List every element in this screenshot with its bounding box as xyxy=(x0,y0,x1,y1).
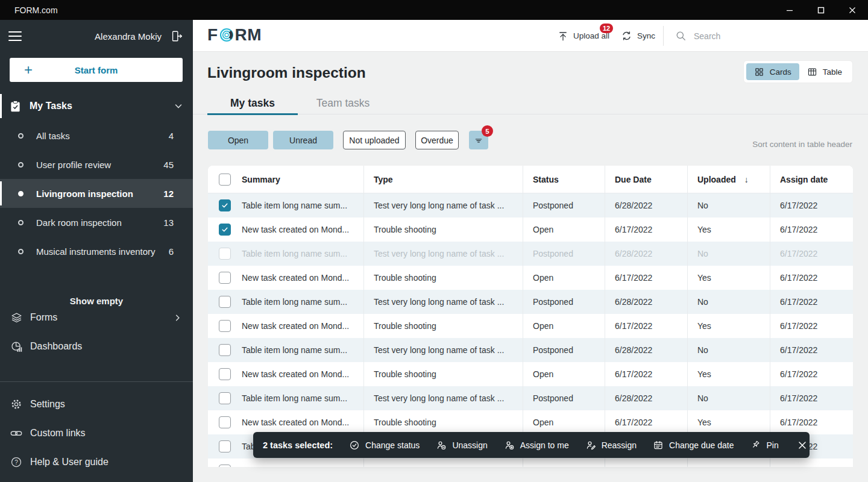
tab-team-tasks[interactable]: Team tasks xyxy=(298,92,388,114)
sidebar-item-settings[interactable]: Settings xyxy=(0,390,193,419)
cell-summary: New task created on Mond... xyxy=(242,225,355,234)
tab-my-tasks[interactable]: My tasks xyxy=(207,92,298,114)
unassign-button[interactable]: Unassign xyxy=(436,440,487,451)
row-checkbox[interactable] xyxy=(219,344,231,356)
sidebar-task-all-tasks[interactable]: All tasks 4 xyxy=(0,121,193,150)
table-row[interactable]: New task created on Mond... Trouble shoo… xyxy=(208,362,853,386)
column-uploaded[interactable]: Uploaded ↓ xyxy=(688,166,770,193)
cell-type-text: Trouble shooting xyxy=(374,418,442,427)
select-all-checkbox[interactable] xyxy=(219,174,231,186)
filter-button[interactable]: 5 xyxy=(469,131,488,149)
sidebar-item-forms[interactable]: Forms xyxy=(0,303,193,332)
column-status[interactable]: Status xyxy=(523,166,605,193)
table-row[interactable]: New task created on Mond... Trouble shoo… xyxy=(208,314,853,338)
table-row[interactable]: New task created on Mond... Trouble shoo… xyxy=(208,266,853,290)
change-due-date-button[interactable]: Change due date xyxy=(653,440,734,451)
pin-button[interactable]: Pin xyxy=(750,440,779,451)
logout-icon[interactable] xyxy=(170,30,183,43)
tabs-row: My tasks Team tasks xyxy=(193,92,868,114)
sidebar-section-my-tasks[interactable]: My Tasks xyxy=(0,92,193,120)
cell-status: Open xyxy=(523,218,605,242)
sidebar-item-dashboards[interactable]: Dashboards xyxy=(0,332,193,361)
selected-count: 2 tasks selected: xyxy=(263,440,333,450)
toolbar-close-button[interactable] xyxy=(795,438,810,452)
sidebar-task-livingroom-inspection[interactable]: Livingroom inspection 12 xyxy=(0,179,193,208)
cell-summary: New task created on Mond... xyxy=(242,273,355,283)
sidebar-task-user-profile-review[interactable]: User profile review 45 xyxy=(0,150,193,179)
column-due-date[interactable]: Due Date xyxy=(605,166,688,193)
cell-type: Test very long long name of task ... xyxy=(364,242,523,266)
table-row[interactable]: New task created on Mond... Trouble shoo… xyxy=(208,410,853,434)
filter-chip-unread[interactable]: Unread xyxy=(273,131,333,149)
cell-type: Trouble shooting xyxy=(364,362,523,386)
table-row[interactable]: Table item long name sum... Test very lo… xyxy=(208,386,853,410)
row-checkbox[interactable] xyxy=(219,392,231,404)
sort-hint: Sort content in table header xyxy=(752,140,852,149)
sidebar-task-dark-room-inspection[interactable]: Dark room inspection 13 xyxy=(0,208,193,237)
sync-button[interactable]: Sync xyxy=(621,20,655,52)
cell-summary-wrap: Table item long name sum... xyxy=(208,290,364,314)
search-input[interactable]: Search xyxy=(675,20,720,52)
filter-icon xyxy=(474,136,483,145)
filter-chip-not-uploaded[interactable]: Not uploaded xyxy=(343,131,406,149)
table-row[interactable]: Table item long name sum... Test very lo… xyxy=(208,193,853,218)
search-placeholder: Search xyxy=(694,31,720,41)
person-plus-icon xyxy=(504,440,515,451)
cell-type: Trouble shooting xyxy=(364,410,523,434)
table-row[interactable]: Table item long name sum... Test very lo… xyxy=(208,242,853,266)
cell-status: Postponed xyxy=(523,242,605,266)
column-type[interactable]: Type xyxy=(364,166,523,193)
cell-type-text: Test very long long name of task ... xyxy=(374,297,510,307)
cell-summary-wrap: New task created on Mond... xyxy=(208,266,364,290)
filter-chip-open[interactable]: Open xyxy=(208,131,268,149)
cell-type-text: Test very long long name of task ... xyxy=(374,393,510,403)
logo-o-icon xyxy=(218,27,235,43)
cell-summary-wrap: New task created on Mond... xyxy=(208,314,364,338)
cell-summary-wrap: New task created on Mond... xyxy=(208,410,364,434)
cell-summary: Table item long name sum... xyxy=(242,249,353,258)
sidebar-item-help[interactable]: ? Help & User guide xyxy=(0,448,193,477)
row-checkbox[interactable] xyxy=(219,272,231,284)
sidebar-item-custom-links[interactable]: Custom links xyxy=(0,419,193,448)
cell-due-date: 6/17/2022 xyxy=(605,266,688,290)
row-checkbox[interactable] xyxy=(219,296,231,308)
row-checkbox[interactable] xyxy=(219,320,231,332)
row-checkbox[interactable] xyxy=(219,440,231,452)
sidebar: Alexandra Mokiy + Start form My Tasks xyxy=(0,20,193,482)
table-row[interactable]: New task created on Mond... Trouble shoo… xyxy=(208,218,853,242)
column-assign-date[interactable]: Assign date xyxy=(770,166,853,193)
row-checkbox[interactable] xyxy=(219,465,231,467)
sidebar-task-musical-instruments-inventory[interactable]: Musical instruments inventory 6 xyxy=(0,237,193,266)
row-checkbox[interactable] xyxy=(219,368,231,380)
radio-icon xyxy=(18,133,24,139)
column-summary[interactable]: Summary xyxy=(208,166,364,193)
cell-due-date: 6/17/2022 xyxy=(605,459,688,467)
task-count: 13 xyxy=(163,218,174,228)
cell-assign-date: 6/17/2022 xyxy=(770,459,853,467)
row-checkbox[interactable] xyxy=(219,224,231,236)
cell-uploaded: Yes xyxy=(688,410,770,434)
cell-summary-wrap: Table item long name sum... xyxy=(208,242,364,266)
table-row[interactable]: New task created on Mond... Trouble shoo… xyxy=(208,459,853,467)
maximize-button[interactable] xyxy=(805,0,837,20)
minimize-button[interactable] xyxy=(774,0,805,20)
toggle-cards[interactable]: Cards xyxy=(746,63,799,80)
cell-uploaded: Yes xyxy=(688,266,770,290)
table-row[interactable]: Table item long name sum... Test very lo… xyxy=(208,338,853,362)
close-button[interactable] xyxy=(837,0,868,20)
row-checkbox[interactable] xyxy=(219,416,231,428)
filter-chip-overdue[interactable]: Overdue xyxy=(415,131,459,149)
assign-to-me-button[interactable]: Assign to me xyxy=(504,440,569,451)
row-checkbox[interactable] xyxy=(219,199,231,211)
cell-due-date: 6/28/2022 xyxy=(605,386,688,410)
table-row[interactable]: Table item long name sum... Test very lo… xyxy=(208,290,853,314)
menu-icon[interactable] xyxy=(8,31,22,41)
change-status-button[interactable]: Change status xyxy=(349,440,420,451)
start-form-button[interactable]: + Start form xyxy=(10,58,183,82)
reassign-button[interactable]: Reassign xyxy=(585,440,637,451)
row-checkbox[interactable] xyxy=(219,248,231,260)
cards-icon xyxy=(754,67,764,77)
upload-all-button[interactable]: Upload all 12 xyxy=(558,20,609,52)
task-count: 6 xyxy=(169,246,174,257)
toggle-table[interactable]: Table xyxy=(799,63,850,80)
